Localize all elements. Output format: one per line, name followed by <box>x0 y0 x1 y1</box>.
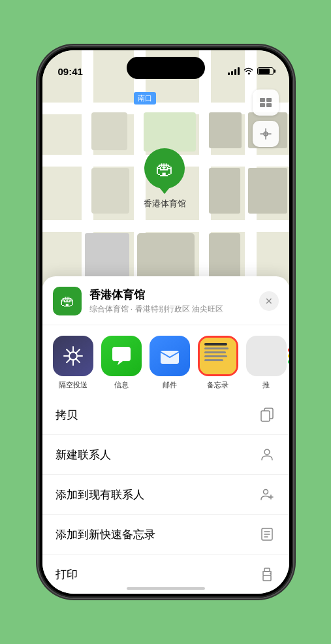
action-rows: 拷贝 新建联系人 <box>42 395 289 594</box>
svg-rect-0 <box>260 98 265 102</box>
mail-icon <box>150 336 190 376</box>
signal-icon <box>228 67 240 75</box>
location-header: 🏟 香港体育馆 综合体育馆 · 香港特别行政区 油尖旺区 ✕ <box>42 287 289 325</box>
action-add-contact-label: 添加到现有联系人 <box>55 487 144 502</box>
location-venue-icon: 🏟 <box>53 287 82 315</box>
svg-rect-1 <box>266 98 272 102</box>
note-icon <box>258 525 276 543</box>
airdrop-icon <box>53 336 93 376</box>
app-item-mail[interactable]: 邮件 <box>150 336 190 390</box>
more-dots <box>288 348 289 364</box>
action-row-add-contact[interactable]: 添加到现有联系人 <box>42 475 289 515</box>
venue-description: 综合体育馆 · 香港特别行政区 油尖旺区 <box>89 304 259 315</box>
close-button[interactable]: ✕ <box>259 291 279 311</box>
action-copy-label: 拷贝 <box>55 408 78 423</box>
location-info: 香港体育馆 综合体育馆 · 香港特别行政区 油尖旺区 <box>89 287 259 315</box>
battery-icon <box>257 67 274 75</box>
bottom-sheet: 🏟 香港体育馆 综合体育馆 · 香港特别行政区 油尖旺区 ✕ <box>42 276 289 594</box>
map-type-button[interactable] <box>253 89 279 116</box>
phone-screen: 09:41 <box>42 50 289 594</box>
location-button[interactable] <box>253 121 279 147</box>
svg-rect-12 <box>263 575 271 581</box>
app-item-more[interactable]: 推 <box>246 336 287 390</box>
more-label: 推 <box>262 380 270 390</box>
mail-label: 邮件 <box>163 380 177 390</box>
dynamic-island <box>127 57 205 79</box>
status-time: 09:41 <box>58 66 83 77</box>
svg-rect-3 <box>266 103 272 107</box>
action-new-contact-label: 新建联系人 <box>55 447 111 462</box>
person-icon <box>258 445 276 464</box>
copy-icon <box>258 406 276 424</box>
messages-label: 信息 <box>114 380 129 390</box>
home-indicator <box>127 587 205 590</box>
app-item-airdrop[interactable]: 隔空投送 <box>53 336 93 390</box>
app-item-messages[interactable]: 信息 <box>101 336 142 390</box>
svg-point-10 <box>263 490 268 494</box>
map-label: 南口 <box>134 92 156 105</box>
map-controls <box>253 89 279 152</box>
pin-label: 香港体育馆 <box>144 198 186 210</box>
stadium-pin[interactable]: 🏟 香港体育馆 <box>144 148 186 210</box>
venue-emoji: 🏟 <box>60 293 74 310</box>
notes-icon <box>198 336 238 376</box>
wifi-icon <box>244 67 253 76</box>
action-print-label: 打印 <box>55 567 78 582</box>
venue-name: 香港体育馆 <box>89 287 259 302</box>
person-add-icon <box>258 485 276 504</box>
action-row-copy[interactable]: 拷贝 <box>42 395 289 435</box>
action-row-new-contact[interactable]: 新建联系人 <box>42 435 289 475</box>
pin-circle: 🏟 <box>144 148 185 189</box>
action-quick-note-label: 添加到新快速备忘录 <box>55 527 155 542</box>
share-apps-row: 隔空投送 信息 <box>42 325 289 395</box>
app-item-notes[interactable]: 备忘录 <box>198 336 238 390</box>
airdrop-label: 隔空投送 <box>59 380 87 390</box>
action-row-quick-note[interactable]: 添加到新快速备忘录 <box>42 515 289 555</box>
more-icon <box>246 336 287 376</box>
svg-rect-2 <box>260 103 265 107</box>
status-icons <box>228 67 274 76</box>
svg-rect-13 <box>264 568 270 572</box>
svg-rect-8 <box>261 411 270 421</box>
notes-label: 备忘录 <box>207 380 229 390</box>
svg-point-9 <box>264 449 270 455</box>
printer-icon <box>258 565 276 583</box>
stadium-icon: 🏟 <box>155 158 174 180</box>
phone-frame: 09:41 <box>39 46 293 598</box>
svg-point-14 <box>270 573 271 574</box>
messages-icon <box>101 336 142 376</box>
